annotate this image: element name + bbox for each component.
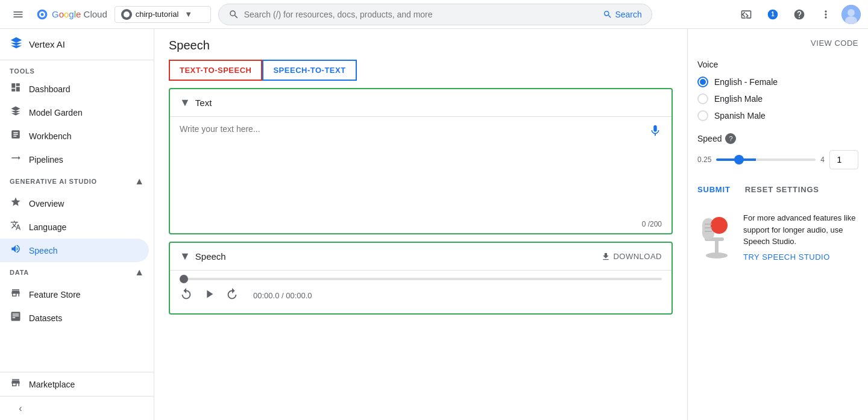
menu-button[interactable] <box>7 4 29 25</box>
tab-speech-to-text[interactable]: SPEECH-TO-TEXT <box>262 60 356 81</box>
view-code-link[interactable]: VIEW CODE <box>697 39 858 48</box>
gen-ai-section-label: GENERATIVE AI STUDIO <box>10 178 97 185</box>
tab-text-to-speech[interactable]: TEXT-TO-SPEECH <box>169 60 262 81</box>
sidebar-item-feature-store[interactable]: Feature Store <box>0 283 154 306</box>
text-panel-chevron[interactable]: ▼ <box>180 96 190 109</box>
radio-english-male <box>697 93 708 104</box>
voice-option-0[interactable]: English - Female <box>697 77 858 87</box>
tab-text-to-speech-label: TEXT-TO-SPEECH <box>180 66 251 75</box>
promo-section: For more advanced features like support … <box>697 212 858 262</box>
sidebar-item-overview[interactable]: Overview <box>0 192 154 215</box>
feature-store-icon <box>10 287 22 301</box>
promo-text: For more advanced features like support … <box>743 213 855 246</box>
text-panel-header: ▼ Text <box>170 89 671 117</box>
speed-help-icon[interactable]: ? <box>725 133 736 144</box>
speech-panel-title-row: ▼ Speech <box>180 250 226 263</box>
logo-text: Google Cloud <box>52 9 107 19</box>
reset-button[interactable]: RESET SETTINGS <box>745 181 819 198</box>
sidebar: Vertex AI TOOLS Dashboard Model Garden <box>0 29 154 420</box>
avatar[interactable] <box>841 5 861 24</box>
action-row: SUBMIT RESET SETTINGS <box>697 181 858 198</box>
speed-min: 0.25 <box>697 155 711 164</box>
tools-section-label: TOOLS <box>0 60 154 77</box>
play-button[interactable] <box>203 287 216 304</box>
language-label: Language <box>29 222 66 232</box>
svg-point-2 <box>41 13 44 16</box>
datasets-label: Datasets <box>29 313 62 323</box>
search-button-label: Search <box>615 10 641 19</box>
notification-button[interactable]: 1 <box>762 4 784 25</box>
feature-store-label: Feature Store <box>29 290 81 299</box>
audio-progress-bar[interactable] <box>180 278 662 280</box>
tab-speech-to-text-label: SPEECH-TO-TEXT <box>273 66 345 75</box>
search-input[interactable] <box>244 10 599 19</box>
search-button-icon <box>603 10 612 19</box>
more-options-button[interactable] <box>815 4 837 25</box>
speech-panel-chevron[interactable]: ▼ <box>180 250 190 263</box>
sidebar-item-datasets[interactable]: Datasets <box>0 306 154 330</box>
audio-player: 00:00.0 / 00:00.0 <box>170 271 671 313</box>
promo-content: For more advanced features like support … <box>743 212 858 262</box>
data-collapse-icon: ▲ <box>134 267 144 278</box>
svg-point-12 <box>711 217 728 234</box>
overview-icon <box>10 196 22 210</box>
voice-option-1[interactable]: English Male <box>697 93 858 104</box>
speed-slider-row: 0.25 4 <box>697 150 858 169</box>
search-bar-icon <box>228 9 239 20</box>
search-button[interactable]: Search <box>603 10 641 19</box>
project-chevron: ▼ <box>184 10 192 19</box>
sidebar-item-language[interactable]: Language <box>0 215 154 239</box>
sidebar-item-speech[interactable]: Speech <box>0 239 149 262</box>
search-bar: Search <box>218 4 652 25</box>
voice-section-title: Voice <box>697 60 858 69</box>
panels-area: ▼ Text 0 /200 ▼ <box>154 81 687 420</box>
forward-button[interactable] <box>225 287 239 304</box>
dashboard-icon <box>10 82 22 96</box>
submit-button[interactable]: SUBMIT <box>697 181 731 198</box>
audio-time: 00:00.0 / 00:00.0 <box>253 291 312 300</box>
project-selector[interactable]: chirp-tutorial ▼ <box>115 6 211 23</box>
speed-section: Speed ? 0.25 4 <box>697 133 858 169</box>
radio-spanish-male <box>697 110 708 121</box>
help-button[interactable] <box>788 4 810 25</box>
sidebar-item-marketplace[interactable]: Marketplace <box>0 372 154 396</box>
download-button[interactable]: DOWNLOAD <box>601 252 662 262</box>
sidebar-header: Vertex AI <box>0 29 154 60</box>
gen-ai-section-header[interactable]: GENERATIVE AI STUDIO ▲ <box>0 171 154 192</box>
model-garden-label: Model Garden <box>29 108 83 118</box>
notification-badge: 1 <box>762 4 784 25</box>
data-section-header[interactable]: DATA ▲ <box>0 262 154 283</box>
tabs-row: TEXT-TO-SPEECH SPEECH-TO-TEXT <box>154 52 687 81</box>
speed-input[interactable] <box>829 150 858 169</box>
datasets-icon <box>10 311 22 325</box>
text-input[interactable] <box>180 124 662 208</box>
language-icon <box>10 220 22 234</box>
voice-label-2: Spanish Male <box>714 111 766 121</box>
speech-panel-title: Speech <box>195 251 226 262</box>
sidebar-item-pipelines[interactable]: Pipelines <box>0 148 154 171</box>
speed-slider[interactable] <box>716 158 816 161</box>
voice-radio-group: English - Female English Male Spanish Ma… <box>697 77 858 121</box>
rewind-button[interactable] <box>180 287 193 304</box>
topbar: Google Cloud chirp-tutorial ▼ Search <box>0 0 868 29</box>
voice-option-2[interactable]: Spanish Male <box>697 110 858 121</box>
download-icon <box>601 252 611 262</box>
main-layout: Vertex AI TOOLS Dashboard Model Garden <box>0 29 868 420</box>
voice-label-0: English - Female <box>714 77 778 87</box>
terminal-button[interactable] <box>735 4 757 25</box>
voice-label-1: English Male <box>714 94 763 104</box>
topbar-right: 1 <box>735 4 861 25</box>
sidebar-collapse-button[interactable]: ‹ <box>10 398 31 419</box>
sidebar-item-model-garden[interactable]: Model Garden <box>0 101 154 124</box>
pipelines-icon <box>10 152 22 166</box>
sidebar-item-dashboard[interactable]: Dashboard <box>0 77 154 101</box>
sidebar-title: Vertex AI <box>29 39 65 49</box>
mic-button[interactable] <box>649 124 662 140</box>
try-speech-studio-link[interactable]: TRY SPEECH STUDIO <box>743 252 858 262</box>
speech-icon <box>10 243 22 257</box>
sidebar-item-workbench[interactable]: Workbench <box>0 124 154 148</box>
marketplace-label: Marketplace <box>29 380 75 389</box>
download-label: DOWNLOAD <box>613 252 662 261</box>
workbench-label: Workbench <box>29 131 72 141</box>
speech-panel: ▼ Speech DOWNLOAD <box>169 242 673 315</box>
